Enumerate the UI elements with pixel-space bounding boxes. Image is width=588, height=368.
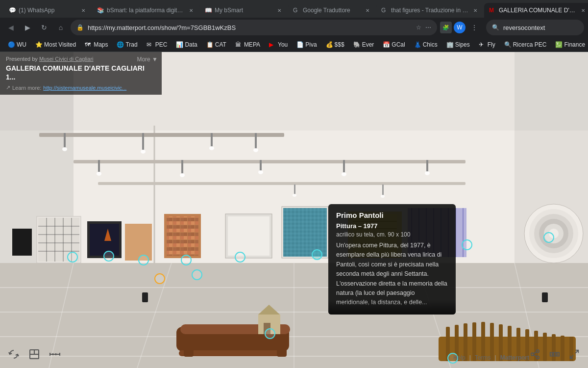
- tab-close-galleria[interactable]: ✕: [579, 6, 587, 14]
- bookmark-gcal[interactable]: 📅 GCal: [379, 39, 409, 50]
- tab-favicon-whatsapp: 💬: [9, 7, 16, 14]
- forward-button[interactable]: ▶: [21, 21, 34, 34]
- bookmark-trad[interactable]: 🌐 Trad: [113, 39, 141, 50]
- bookmark-cat[interactable]: 📋 CAT: [202, 39, 230, 50]
- reload-button[interactable]: ↻: [37, 21, 51, 34]
- tab-favicon-gtranslate: G: [293, 7, 300, 14]
- bookmark-favicon-cat: 📋: [206, 41, 213, 48]
- bookmark-you[interactable]: ▶ You: [265, 39, 292, 50]
- extensions-icon[interactable]: ⋯: [425, 24, 431, 31]
- more-button[interactable]: More ▼: [137, 56, 158, 63]
- bookmark-favicon-ricerca-pec: 🔍: [504, 41, 511, 48]
- bookmark-ricerca-pec[interactable]: 🔍 Ricerca PEC: [500, 39, 551, 50]
- back-button[interactable]: ◀: [4, 21, 18, 34]
- tab-mybsmart[interactable]: 📖 My bSmart ✕: [200, 3, 288, 18]
- bookmark-fly[interactable]: ✈ Fly: [475, 39, 499, 50]
- bookmark-finance[interactable]: 💹 Finance: [551, 39, 588, 50]
- separator-2: |: [495, 354, 496, 361]
- info-description: Un'opera come Pittura, del 1977, è esemp…: [336, 241, 448, 308]
- svg-point-35: [425, 171, 430, 175]
- vr-button[interactable]: [547, 346, 563, 362]
- share-button[interactable]: [527, 346, 543, 362]
- tab-favicon-galleria: M: [489, 7, 496, 14]
- hotspot-2[interactable]: [103, 251, 114, 262]
- bookmark-mepa[interactable]: 🏛 MEPA: [231, 39, 264, 50]
- hotspot-5[interactable]: [181, 255, 192, 265]
- info-artist: Primo Pantoli: [336, 211, 448, 219]
- bookmark-ever[interactable]: 🐘 Ever: [349, 39, 378, 50]
- bookmark-label-cat: CAT: [215, 41, 226, 48]
- chrome-menu-button[interactable]: ⋮: [467, 21, 481, 34]
- fullscreen-button[interactable]: [566, 346, 582, 362]
- help-link[interactable]: Help: [453, 354, 466, 361]
- bottom-right-controls: [527, 346, 582, 362]
- bookmark-favicon-wu: 🔵: [8, 41, 15, 48]
- bookmark-label-piva: Piva: [305, 41, 317, 48]
- bookmark-most-visited[interactable]: ⭐ Most Visited: [31, 39, 80, 50]
- hotspot-8[interactable]: [265, 328, 275, 339]
- matterport-link[interactable]: Matterport: [500, 354, 529, 361]
- profile-button[interactable]: W: [454, 22, 466, 33]
- bookmark-favicon-sipes: 🏢: [446, 41, 453, 48]
- bookmark-label-mepa: MEPA: [244, 41, 260, 48]
- tab-gtranslate[interactable]: G Google Traduttore ✕: [288, 3, 376, 18]
- svg-point-125: [537, 350, 539, 353]
- hotspot-7[interactable]: [235, 252, 245, 263]
- bookmark-favicon-trad: 🌐: [117, 41, 123, 48]
- learn-more-url[interactable]: http://sistemamuseale.museicivic...: [43, 85, 126, 91]
- curator-link[interactable]: Musei Civici di Cagliari: [39, 56, 94, 62]
- svg-rect-83: [12, 229, 32, 256]
- bookmark-wu[interactable]: 🔵 WU: [4, 39, 30, 50]
- svg-rect-92: [142, 292, 148, 302]
- bookmarks-bar: 🔵 WU ⭐ Most Visited 🗺 Maps 🌐 Trad ✉ PEC …: [0, 37, 588, 52]
- bookmark-pec[interactable]: ✉ PEC: [143, 39, 172, 50]
- bookmark-label-trad: Trad: [125, 41, 137, 48]
- hotspot-12[interactable]: [543, 232, 554, 243]
- tab-whatsapp[interactable]: 💬 (1) WhatsApp ✕: [4, 3, 92, 18]
- bookmark-sss[interactable]: 💰 $$$: [322, 39, 348, 50]
- bookmark-favicon-you: ▶: [269, 41, 276, 48]
- learn-more-label: Learn more:: [12, 85, 41, 91]
- hotspot-1[interactable]: [67, 252, 78, 263]
- tab-galleria[interactable]: M GALLERIA COMUNALE D'ARTE... ✕: [484, 3, 588, 18]
- home-button[interactable]: ⌂: [54, 21, 68, 34]
- info-work-title: Pittura – 1977: [336, 222, 448, 230]
- url-text: https://my.matterport.com/show/?m=7SGBB1…: [88, 24, 412, 31]
- bookmark-data[interactable]: 📊 Data: [172, 39, 201, 50]
- tab-title-galleria: GALLERIA COMUNALE D'ARTE...: [499, 7, 576, 14]
- bookmark-star-icon[interactable]: ☆: [416, 24, 421, 31]
- svg-rect-38: [382, 184, 384, 195]
- tab-close-bsmart[interactable]: ✕: [187, 6, 195, 14]
- floorplan-button[interactable]: [26, 346, 42, 362]
- svg-rect-22: [211, 133, 213, 147]
- address-bar[interactable]: 🔒 https://my.matterport.com/show/?m=7SGB…: [71, 20, 437, 35]
- terms-link[interactable]: Terms: [475, 354, 491, 361]
- bookmark-label-fly: Fly: [488, 41, 495, 48]
- tab-close-thatfigures[interactable]: ✕: [471, 6, 479, 14]
- search-bar[interactable]: 🔍 reversocontext: [486, 20, 584, 35]
- hotspot-3[interactable]: [138, 255, 149, 265]
- svg-rect-28: [181, 160, 183, 174]
- bookmark-chics[interactable]: 👗 Chics: [410, 39, 441, 50]
- hotspot-6[interactable]: [192, 269, 202, 280]
- tab-close-whatsapp[interactable]: ✕: [79, 6, 87, 14]
- tab-close-gtranslate[interactable]: ✕: [364, 6, 371, 14]
- svg-rect-97: [184, 344, 194, 357]
- tab-title-gtranslate: Google Traduttore: [303, 7, 361, 14]
- tab-favicon-mybsmart: 📖: [205, 7, 212, 14]
- hotspot-4[interactable]: [154, 273, 165, 284]
- extensions-button[interactable]: 🧩: [440, 22, 452, 33]
- tab-bsmart[interactable]: 📚 bSmart: la piattaforma digitale... ✕: [92, 3, 200, 18]
- viewport[interactable]: Presented by Musei Civici di Cagliari GA…: [0, 52, 588, 368]
- rotate-button[interactable]: [6, 346, 22, 362]
- measure-button[interactable]: [47, 346, 63, 362]
- tab-thatfigures[interactable]: G that figures - Traduzione in ital... ✕: [376, 3, 484, 18]
- bookmark-maps[interactable]: 🗺 Maps: [81, 39, 112, 50]
- bookmark-piva[interactable]: 📄 Piva: [293, 39, 320, 50]
- hotspot-9[interactable]: [312, 249, 322, 260]
- bookmark-favicon-chics: 👗: [414, 41, 421, 48]
- svg-rect-95: [179, 350, 287, 356]
- hotspot-10[interactable]: [462, 239, 472, 250]
- tab-close-mybsmart[interactable]: ✕: [275, 6, 283, 14]
- bookmark-sipes[interactable]: 🏢 Sipes: [442, 39, 474, 50]
